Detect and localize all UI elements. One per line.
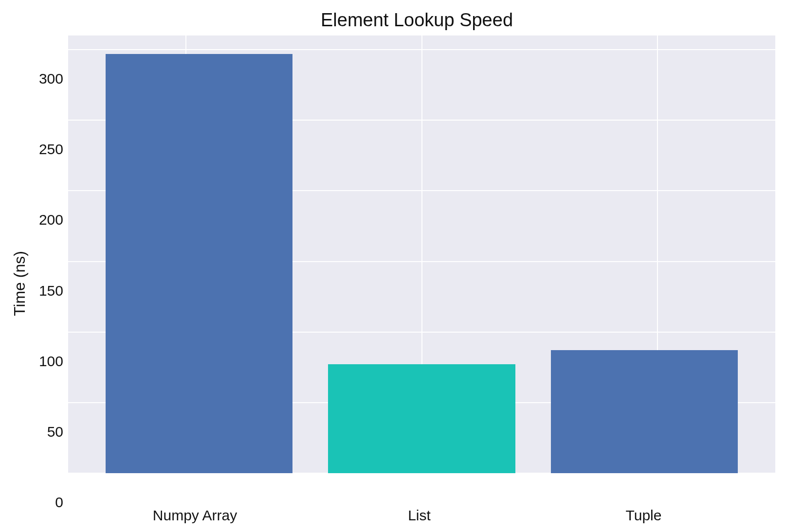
plot-wrapper: Time (ns) 050100150200250300 [10,35,775,502]
y-axis-ticks: 050100150200250300 [29,35,68,502]
y-tick-label: 200 [39,212,63,228]
y-tick-label: 100 [39,353,63,370]
bar-tuple [551,350,738,473]
x-tick-label: Numpy Array [101,507,289,524]
y-tick-label: 0 [55,494,63,511]
y-tick-label: 150 [39,283,63,299]
chart-container: Element Lookup Speed Time (ns) 050100150… [10,10,775,522]
x-tick-label: Tuple [549,507,738,524]
chart-title: Element Lookup Speed [10,10,775,31]
plot-area [68,35,775,473]
bar-numpy-array [106,54,292,473]
y-tick-label: 250 [39,141,63,158]
x-tick-label: List [325,507,513,524]
y-tick-label: 300 [39,71,63,87]
x-axis-labels: Numpy ArrayListTuple [63,502,775,524]
bars-group [68,35,775,473]
y-axis-label: Time (ns) [10,35,29,502]
y-tick-label: 50 [47,424,63,440]
bar-list [328,364,515,473]
